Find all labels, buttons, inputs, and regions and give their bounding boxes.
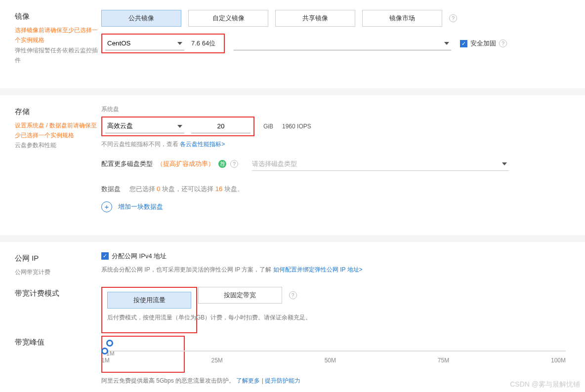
ddos-upgrade-link[interactable]: 提升防护能力 xyxy=(265,377,300,384)
image-tab-shared[interactable]: 共享镜像 xyxy=(275,10,355,27)
section-ip-title: 公网 IP xyxy=(15,254,101,263)
image-tab-public[interactable]: 公共镜像 xyxy=(101,10,181,27)
slider-thumb-icon xyxy=(106,340,113,347)
help-icon[interactable]: ? xyxy=(289,291,297,299)
sysdisk-size-input[interactable] xyxy=(191,119,251,133)
os-version-select[interactable] xyxy=(234,37,451,50)
os-version: 7.6 64位 xyxy=(191,39,221,48)
ip-sub: 公网带宽计费 xyxy=(15,267,101,277)
disk-type-select[interactable]: 请选择磁盘类型 xyxy=(252,157,509,171)
sysdisk-iops: 1960 IOPS xyxy=(282,123,311,130)
data-disk-label: 数据盘 xyxy=(101,185,121,193)
bwmode-highlight-box: 按使用流量 xyxy=(101,287,197,333)
assign-ip-checkbox[interactable]: ✓ xyxy=(101,252,109,260)
sysdisk-label: 系统盘 xyxy=(101,105,570,114)
help-icon[interactable]: ? xyxy=(230,160,238,168)
add-disk-label[interactable]: 增加一块数据盘 xyxy=(118,202,163,211)
bandwidth-slider[interactable]: 1M 25M 50M 75M 100M xyxy=(101,347,566,367)
secure-label: 安全加固 xyxy=(470,39,496,48)
add-disk-button[interactable]: + xyxy=(101,201,112,212)
caret-icon xyxy=(502,162,507,165)
storage-warn: 设置系统盘 / 数据盘前请确保至少已选择一个实例规格 xyxy=(15,120,101,141)
os-select[interactable] xyxy=(105,37,184,50)
sysdisk-highlight-box xyxy=(101,117,254,136)
bwmode-info: 后付费模式，按使用流量（单位为GB）计费，每小时扣费。请保证余额充足。 xyxy=(107,314,364,322)
ddos-more-link[interactable]: 了解更多 xyxy=(236,377,260,384)
section-bwmode-title: 带宽计费模式 xyxy=(15,289,101,298)
eip-link[interactable]: 如何配置并绑定弹性公网 IP 地址> xyxy=(273,266,363,273)
slider-thumb[interactable] xyxy=(101,348,108,354)
bw-tab-fixed[interactable]: 按固定带宽 xyxy=(198,287,282,304)
section-peak-title: 带宽峰值 xyxy=(15,338,101,347)
image-tab-market[interactable]: 镜像市场 xyxy=(362,10,442,27)
recommend-badge: 荐 xyxy=(218,160,226,168)
more-disk-tip: （提高扩容成功率） xyxy=(157,159,214,168)
help-icon[interactable]: ? xyxy=(449,14,457,22)
image-tab-custom[interactable]: 自定义镜像 xyxy=(188,10,268,27)
image-hint: 弹性伸缩报警任务依赖云监控插件 xyxy=(15,45,101,66)
sysdisk-type-select[interactable] xyxy=(105,119,184,133)
section-image-title: 镜像 xyxy=(15,12,101,21)
secure-checkbox[interactable]: ✓ xyxy=(460,40,467,47)
storage-hint: 云盘参数和性能 xyxy=(15,140,101,150)
image-warn: 选择镜像前请确保至少已选择一个实例规格 xyxy=(15,25,101,45)
more-disk-label: 配置更多磁盘类型 xyxy=(101,159,153,168)
perf-link[interactable]: 各云盘性能指标> xyxy=(180,141,225,148)
perf-text: 不同云盘性能指标不同，查看 xyxy=(101,141,180,148)
bw-tab-traffic[interactable]: 按使用流量 xyxy=(107,292,191,309)
image-highlight-box: 7.6 64位 xyxy=(101,34,225,53)
section-storage-title: 存储 xyxy=(15,107,101,117)
assign-ip-label: 分配公网 IPv4 地址 xyxy=(112,252,167,261)
watermark: CSDN @雾与晨解忧铺 xyxy=(510,380,580,389)
help-icon[interactable]: ? xyxy=(499,39,507,47)
sysdisk-unit: GiB xyxy=(263,123,273,130)
